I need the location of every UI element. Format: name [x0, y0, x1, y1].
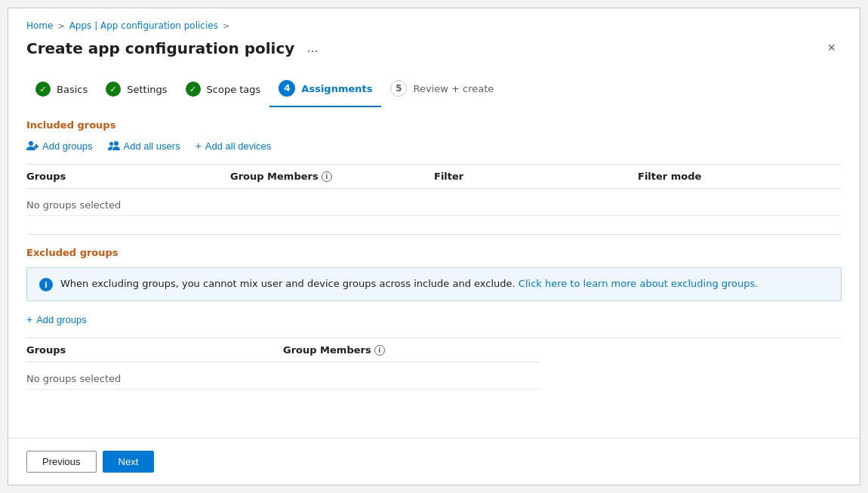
excluded-table-header: Groups Group Members i: [26, 338, 540, 362]
included-members-label: Group Members: [230, 171, 319, 182]
wizard-steps: ✓ Basics ✓ Settings ✓ Scope tags 4 Assig…: [8, 59, 860, 107]
info-message: When excluding groups, you cannot mix us…: [60, 278, 516, 289]
modal-container: Home > Apps | App configuration policies…: [8, 8, 860, 485]
add-all-users-label: Add all users: [124, 140, 180, 152]
included-empty-col4: [638, 199, 842, 211]
group-members-info-icon-excluded[interactable]: i: [374, 345, 385, 356]
modal-footer: Previous Next: [8, 438, 860, 485]
included-groups-table: Groups Group Members i Filter Filter mod…: [26, 164, 842, 222]
step-check-icon-scope: ✓: [186, 82, 201, 97]
excluded-table-body: No groups selected: [26, 362, 842, 396]
step-label-assignments: Assignments: [301, 83, 372, 94]
step-scope-tags[interactable]: ✓ Scope tags: [177, 75, 270, 106]
ellipsis-button[interactable]: ...: [302, 39, 322, 57]
info-link[interactable]: Click here to learn more about excluding…: [519, 278, 759, 289]
modal-content: Included groups Add groups Add all users: [8, 107, 860, 438]
step-label-scope: Scope tags: [207, 84, 261, 95]
add-all-users-button[interactable]: Add all users: [108, 140, 180, 152]
modal-header: Home > Apps | App configuration policies…: [8, 8, 860, 59]
excluded-info-box: i When excluding groups, you cannot mix …: [26, 267, 842, 301]
add-all-devices-label: Add all devices: [205, 140, 271, 152]
included-groups-title: Included groups: [26, 119, 842, 131]
step-label-settings: Settings: [127, 84, 167, 95]
breadcrumb-sep1: >: [57, 21, 64, 31]
add-groups-excluded-label: Add groups: [36, 314, 87, 325]
included-groups-section: Included groups Add groups Add all users: [26, 119, 842, 222]
included-col-groups: Groups: [26, 171, 230, 182]
add-groups-button[interactable]: Add groups: [26, 140, 93, 152]
step-label-basics: Basics: [57, 84, 88, 95]
excluded-groups-title: Excluded groups: [26, 247, 842, 258]
plus-icon-excluded: +: [26, 313, 32, 325]
excluded-groups-action-bar: + Add groups: [26, 313, 842, 325]
breadcrumb-apps[interactable]: Apps | App configuration policies: [69, 20, 218, 31]
step-num-assignments: 4: [279, 80, 295, 97]
excluded-empty-col2: [283, 373, 540, 384]
modal-title-row: Create app configuration policy ... ×: [26, 37, 842, 59]
group-members-info-icon-included[interactable]: i: [322, 171, 332, 182]
breadcrumb: Home > Apps | App configuration policies…: [26, 20, 842, 31]
info-icon: i: [39, 278, 53, 291]
step-check-icon-basics: ✓: [35, 82, 51, 97]
breadcrumb-home[interactable]: Home: [26, 20, 53, 31]
info-box-text: When excluding groups, you cannot mix us…: [60, 277, 758, 291]
breadcrumb-sep2: >: [223, 21, 229, 31]
included-col-members: Group Members i: [230, 171, 434, 182]
previous-button[interactable]: Previous: [26, 451, 97, 473]
excluded-groups-table: Groups Group Members i No groups selecte…: [26, 337, 842, 396]
modal-title-group: Create app configuration policy ...: [26, 39, 322, 57]
included-empty-message: No groups selected: [26, 199, 230, 211]
step-assignments[interactable]: 4 Assignments: [269, 74, 381, 107]
section-divider: [26, 234, 842, 235]
step-review-create[interactable]: 5 Review + create: [381, 74, 503, 107]
step-check-icon-settings: ✓: [106, 82, 121, 97]
close-button[interactable]: ×: [821, 37, 842, 59]
step-num-review: 5: [390, 80, 407, 97]
step-label-review: Review + create: [413, 83, 494, 94]
included-empty-col3: [434, 199, 638, 211]
add-all-devices-button[interactable]: + Add all devices: [195, 140, 272, 152]
included-members-header: Group Members i: [230, 171, 434, 182]
next-button[interactable]: Next: [103, 451, 155, 473]
included-groups-action-bar: Add groups Add all users + Add all devic…: [26, 140, 842, 152]
included-table-header: Groups Group Members i Filter Filter mod…: [26, 165, 842, 189]
excluded-empty-message: No groups selected: [26, 373, 283, 384]
step-settings[interactable]: ✓ Settings: [97, 75, 176, 106]
excluded-col-groups: Groups: [26, 344, 283, 356]
page-title: Create app configuration policy: [26, 39, 294, 57]
included-col-filter-mode: Filter mode: [638, 171, 842, 182]
plus-icon-devices: +: [195, 140, 202, 152]
excluded-groups-section: Excluded groups i When excluding groups,…: [26, 247, 842, 396]
add-groups-excluded-button[interactable]: + Add groups: [26, 313, 87, 325]
included-table-body: No groups selected: [26, 189, 842, 222]
excluded-col-members: Group Members i: [283, 344, 540, 356]
included-empty-col2: [230, 199, 434, 211]
included-col-filter: Filter: [434, 171, 638, 182]
add-groups-label: Add groups: [42, 140, 93, 152]
table-row: No groups selected: [26, 195, 842, 216]
user-plus-icon: [26, 140, 38, 152]
step-basics[interactable]: ✓ Basics: [26, 75, 97, 106]
users-icon: [108, 140, 120, 152]
table-row: No groups selected: [26, 368, 540, 390]
excluded-members-label: Group Members: [283, 344, 371, 356]
excluded-members-header: Group Members i: [283, 344, 540, 356]
